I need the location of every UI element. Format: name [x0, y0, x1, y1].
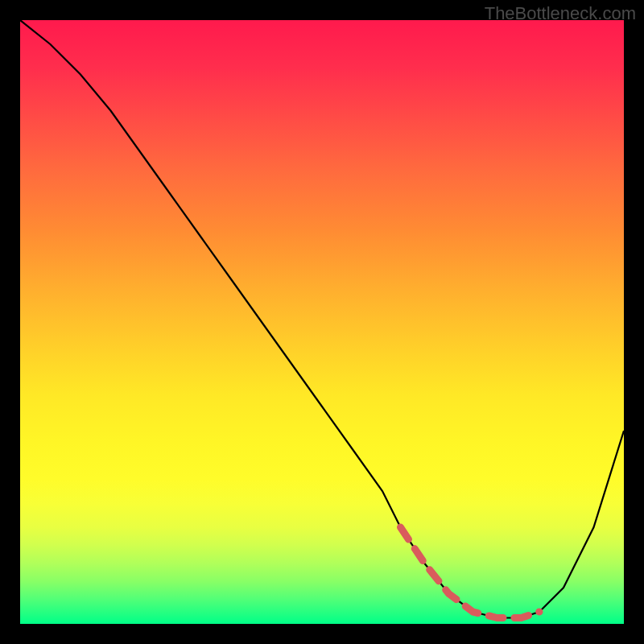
highlight-segment [401, 527, 540, 618]
plot-area [20, 20, 624, 624]
curve-line [20, 20, 624, 618]
chart-svg [20, 20, 624, 624]
watermark-text: TheBottleneck.com [485, 3, 636, 24]
